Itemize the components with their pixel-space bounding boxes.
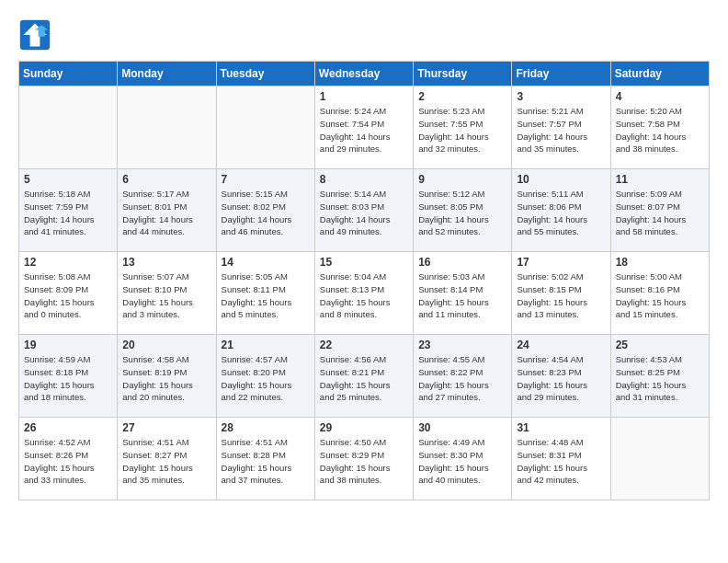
calendar-cell: 27Sunrise: 4:51 AM Sunset: 8:27 PM Dayli… — [118, 418, 216, 500]
calendar-cell: 7Sunrise: 5:15 AM Sunset: 8:02 PM Daylig… — [216, 169, 314, 252]
day-info: Sunrise: 4:48 AM Sunset: 8:31 PM Dayligh… — [517, 436, 605, 487]
calendar-cell: 24Sunrise: 4:54 AM Sunset: 8:23 PM Dayli… — [512, 335, 610, 418]
day-number: 26 — [24, 421, 112, 434]
calendar-cell: 23Sunrise: 4:55 AM Sunset: 8:22 PM Dayli… — [414, 335, 512, 418]
day-info: Sunrise: 4:53 AM Sunset: 8:25 PM Dayligh… — [616, 353, 704, 404]
day-info: Sunrise: 5:21 AM Sunset: 7:57 PM Dayligh… — [517, 105, 605, 155]
day-info: Sunrise: 4:50 AM Sunset: 8:29 PM Dayligh… — [320, 436, 408, 487]
day-info: Sunrise: 5:24 AM Sunset: 7:54 PM Dayligh… — [320, 105, 408, 155]
calendar-cell: 1Sunrise: 5:24 AM Sunset: 7:54 PM Daylig… — [314, 86, 413, 169]
calendar-cell: 9Sunrise: 5:12 AM Sunset: 8:05 PM Daylig… — [414, 169, 512, 252]
day-info: Sunrise: 4:58 AM Sunset: 8:19 PM Dayligh… — [122, 353, 210, 404]
calendar-cell: 28Sunrise: 4:51 AM Sunset: 8:28 PM Dayli… — [216, 418, 314, 500]
calendar-cell: 29Sunrise: 4:50 AM Sunset: 8:29 PM Dayli… — [314, 418, 413, 500]
day-number: 10 — [517, 173, 605, 186]
calendar-cell: 19Sunrise: 4:59 AM Sunset: 8:18 PM Dayli… — [19, 335, 118, 418]
calendar-cell: 15Sunrise: 5:04 AM Sunset: 8:13 PM Dayli… — [314, 252, 413, 335]
calendar-cell: 26Sunrise: 4:52 AM Sunset: 8:26 PM Dayli… — [19, 418, 118, 500]
calendar-cell: 17Sunrise: 5:02 AM Sunset: 8:15 PM Dayli… — [512, 252, 610, 335]
day-number: 9 — [418, 173, 506, 186]
day-number: 13 — [122, 256, 210, 269]
day-info: Sunrise: 5:00 AM Sunset: 8:16 PM Dayligh… — [616, 270, 704, 321]
day-number: 5 — [24, 173, 112, 186]
calendar-week-5: 26Sunrise: 4:52 AM Sunset: 8:26 PM Dayli… — [19, 418, 710, 500]
calendar-cell: 20Sunrise: 4:58 AM Sunset: 8:19 PM Dayli… — [118, 335, 216, 418]
weekday-header-wednesday: Wednesday — [314, 62, 413, 86]
day-number: 6 — [122, 173, 210, 186]
weekday-header-monday: Monday — [118, 62, 216, 86]
calendar-cell: 30Sunrise: 4:49 AM Sunset: 8:30 PM Dayli… — [414, 418, 512, 500]
calendar-cell: 8Sunrise: 5:14 AM Sunset: 8:03 PM Daylig… — [314, 169, 413, 252]
day-number: 14 — [222, 256, 310, 269]
calendar-cell: 10Sunrise: 5:11 AM Sunset: 8:06 PM Dayli… — [512, 169, 610, 252]
day-number: 3 — [517, 90, 605, 103]
day-number: 11 — [616, 173, 704, 186]
calendar-week-4: 19Sunrise: 4:59 AM Sunset: 8:18 PM Dayli… — [19, 335, 710, 418]
weekday-header-saturday: Saturday — [610, 62, 709, 86]
day-info: Sunrise: 5:15 AM Sunset: 8:02 PM Dayligh… — [222, 188, 310, 238]
day-number: 24 — [517, 339, 605, 351]
calendar-cell: 13Sunrise: 5:07 AM Sunset: 8:10 PM Dayli… — [118, 252, 216, 335]
calendar-header: SundayMondayTuesdayWednesdayThursdayFrid… — [19, 62, 710, 86]
weekday-header-sunday: Sunday — [19, 62, 118, 86]
calendar-table: SundayMondayTuesdayWednesdayThursdayFrid… — [18, 61, 710, 500]
day-number: 28 — [222, 421, 310, 434]
logo — [18, 18, 57, 52]
weekday-header-row: SundayMondayTuesdayWednesdayThursdayFrid… — [19, 62, 710, 86]
day-number: 21 — [222, 339, 310, 351]
day-number: 27 — [122, 421, 210, 434]
day-info: Sunrise: 5:11 AM Sunset: 8:06 PM Dayligh… — [517, 188, 605, 238]
day-info: Sunrise: 5:20 AM Sunset: 7:58 PM Dayligh… — [616, 105, 704, 155]
weekday-header-thursday: Thursday — [414, 62, 512, 86]
day-info: Sunrise: 4:51 AM Sunset: 8:27 PM Dayligh… — [122, 436, 210, 487]
page-header — [18, 18, 710, 52]
day-number: 20 — [122, 339, 210, 351]
day-number: 29 — [320, 421, 408, 434]
day-info: Sunrise: 4:59 AM Sunset: 8:18 PM Dayligh… — [24, 353, 112, 404]
calendar-week-2: 5Sunrise: 5:18 AM Sunset: 7:59 PM Daylig… — [19, 169, 710, 252]
day-info: Sunrise: 5:12 AM Sunset: 8:05 PM Dayligh… — [418, 188, 506, 238]
day-number: 17 — [517, 256, 605, 269]
day-number: 19 — [24, 339, 112, 351]
calendar-cell: 21Sunrise: 4:57 AM Sunset: 8:20 PM Dayli… — [216, 335, 314, 418]
day-info: Sunrise: 4:52 AM Sunset: 8:26 PM Dayligh… — [24, 436, 112, 487]
calendar-cell: 6Sunrise: 5:17 AM Sunset: 8:01 PM Daylig… — [118, 169, 216, 252]
day-info: Sunrise: 4:49 AM Sunset: 8:30 PM Dayligh… — [418, 436, 506, 487]
day-info: Sunrise: 5:07 AM Sunset: 8:10 PM Dayligh… — [122, 270, 210, 321]
calendar-cell: 12Sunrise: 5:08 AM Sunset: 8:09 PM Dayli… — [19, 252, 118, 335]
calendar-week-1: 1Sunrise: 5:24 AM Sunset: 7:54 PM Daylig… — [19, 86, 710, 169]
day-info: Sunrise: 5:23 AM Sunset: 7:55 PM Dayligh… — [418, 105, 506, 155]
calendar-cell: 16Sunrise: 5:03 AM Sunset: 8:14 PM Dayli… — [414, 252, 512, 335]
day-info: Sunrise: 5:14 AM Sunset: 8:03 PM Dayligh… — [320, 188, 408, 238]
day-info: Sunrise: 4:51 AM Sunset: 8:28 PM Dayligh… — [222, 436, 310, 487]
calendar-cell — [118, 86, 216, 169]
day-number: 4 — [616, 90, 704, 103]
day-info: Sunrise: 5:02 AM Sunset: 8:15 PM Dayligh… — [517, 270, 605, 321]
day-number: 8 — [320, 173, 408, 186]
calendar-cell — [610, 418, 709, 500]
day-info: Sunrise: 4:56 AM Sunset: 8:21 PM Dayligh… — [320, 353, 408, 404]
day-info: Sunrise: 5:09 AM Sunset: 8:07 PM Dayligh… — [616, 188, 704, 238]
day-number: 22 — [320, 339, 408, 351]
day-number: 30 — [418, 421, 506, 434]
day-info: Sunrise: 4:55 AM Sunset: 8:22 PM Dayligh… — [418, 353, 506, 404]
calendar-cell: 11Sunrise: 5:09 AM Sunset: 8:07 PM Dayli… — [610, 169, 709, 252]
calendar-cell: 14Sunrise: 5:05 AM Sunset: 8:11 PM Dayli… — [216, 252, 314, 335]
day-info: Sunrise: 5:03 AM Sunset: 8:14 PM Dayligh… — [418, 270, 506, 321]
calendar-body: 1Sunrise: 5:24 AM Sunset: 7:54 PM Daylig… — [19, 86, 710, 500]
day-info: Sunrise: 5:05 AM Sunset: 8:11 PM Dayligh… — [222, 270, 310, 321]
day-number: 12 — [24, 256, 112, 269]
day-number: 15 — [320, 256, 408, 269]
day-info: Sunrise: 5:17 AM Sunset: 8:01 PM Dayligh… — [122, 188, 210, 238]
day-number: 7 — [222, 173, 310, 186]
logo-icon — [18, 18, 51, 52]
day-info: Sunrise: 4:54 AM Sunset: 8:23 PM Dayligh… — [517, 353, 605, 404]
day-info: Sunrise: 5:04 AM Sunset: 8:13 PM Dayligh… — [320, 270, 408, 321]
day-info: Sunrise: 5:08 AM Sunset: 8:09 PM Dayligh… — [24, 270, 112, 321]
calendar-week-3: 12Sunrise: 5:08 AM Sunset: 8:09 PM Dayli… — [19, 252, 710, 335]
day-info: Sunrise: 4:57 AM Sunset: 8:20 PM Dayligh… — [222, 353, 310, 404]
day-number: 23 — [418, 339, 506, 351]
day-number: 16 — [418, 256, 506, 269]
calendar-cell: 5Sunrise: 5:18 AM Sunset: 7:59 PM Daylig… — [19, 169, 118, 252]
day-number: 25 — [616, 339, 704, 351]
